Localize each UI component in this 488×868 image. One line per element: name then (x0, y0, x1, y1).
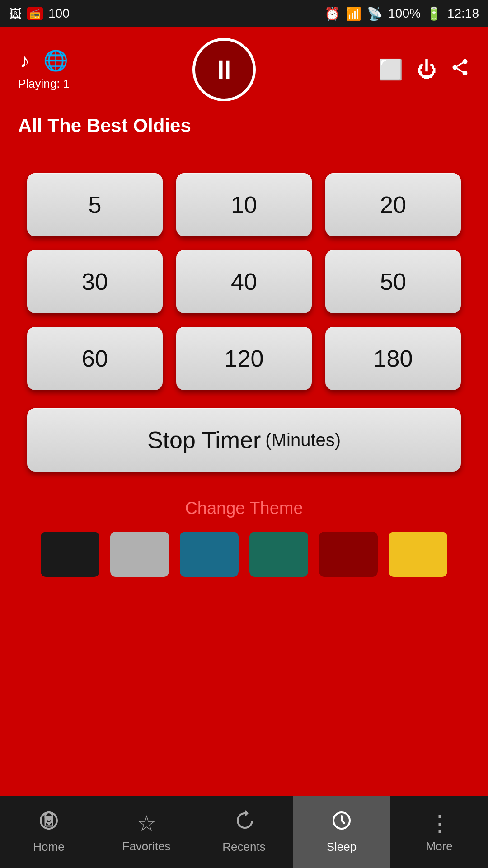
theme-swatch-darkred[interactable] (319, 532, 378, 577)
main-content: 5 10 20 30 40 50 60 120 180 Stop Timer (… (0, 146, 488, 595)
nav-sleep[interactable]: Sleep (293, 796, 390, 868)
battery-icon: 🔋 (426, 6, 442, 21)
photo-icon: 🖼 (9, 6, 22, 21)
theme-swatch-black[interactable] (41, 532, 99, 577)
stop-timer-button[interactable]: Stop Timer (Minutes) (27, 408, 461, 472)
recents-icon (233, 810, 255, 836)
top-right-group: ⬜ ⏻ (378, 57, 470, 82)
status-bar: 🖼 📻 100 ⏰ 📶 📡 100% 🔋 12:18 (0, 0, 488, 27)
stop-icon[interactable]: ⬜ (378, 58, 403, 81)
timer-btn-5[interactable]: 5 (27, 173, 163, 236)
alarm-icon: ⏰ (324, 6, 340, 21)
timer-btn-60[interactable]: 60 (27, 327, 163, 390)
theme-swatches (27, 532, 461, 577)
globe-icon[interactable]: 🌐 (43, 49, 68, 72)
nav-recents[interactable]: Recents (195, 796, 293, 868)
theme-swatch-teal[interactable] (249, 532, 308, 577)
stop-timer-sub: (Minutes) (265, 430, 341, 450)
home-icon (38, 810, 60, 836)
more-icon: ⋮ (429, 811, 450, 836)
favorites-icon: ☆ (137, 811, 156, 836)
timer-btn-20[interactable]: 20 (325, 173, 461, 236)
nav-favorites-label: Favorites (122, 840, 171, 854)
status-right: ⏰ 📶 📡 100% 🔋 12:18 (324, 6, 479, 21)
nav-more[interactable]: ⋮ More (390, 796, 488, 868)
nav-more-label: More (426, 840, 452, 854)
top-left-group: ♪ 🌐 Playing: 1 (18, 49, 70, 91)
playing-label: Playing: 1 (18, 77, 70, 91)
theme-swatch-blue[interactable] (180, 532, 239, 577)
theme-swatch-yellow[interactable] (389, 532, 447, 577)
radio-icon: 📻 (27, 7, 43, 20)
timer-btn-50[interactable]: 50 (325, 250, 461, 313)
pause-button[interactable]: ⏸ (192, 38, 256, 101)
stop-timer-label: Stop Timer (147, 426, 261, 453)
nav-home[interactable]: Home (0, 796, 98, 868)
change-theme-section: Change Theme (27, 499, 461, 577)
bottom-nav: Home ☆ Favorites Recents Sleep ⋮ More (0, 796, 488, 868)
nav-home-label: Home (33, 840, 64, 854)
timer-grid: 5 10 20 30 40 50 60 120 180 (27, 173, 461, 390)
signal-strength: 100 (48, 6, 70, 21)
cellular-icon: 📡 (367, 6, 383, 21)
theme-swatch-gray[interactable] (110, 532, 169, 577)
sleep-icon (331, 810, 352, 836)
pause-icon: ⏸ (211, 54, 238, 85)
timer-btn-10[interactable]: 10 (176, 173, 312, 236)
change-theme-label: Change Theme (27, 499, 461, 518)
status-left: 🖼 📻 100 (9, 6, 70, 21)
wifi-icon: 📶 (346, 6, 361, 21)
timer-btn-180[interactable]: 180 (325, 327, 461, 390)
music-icon[interactable]: ♪ (20, 49, 30, 72)
nav-sleep-label: Sleep (327, 840, 357, 854)
station-name: All The Best Oldies (18, 115, 191, 136)
power-icon[interactable]: ⏻ (417, 58, 436, 81)
timer-btn-40[interactable]: 40 (176, 250, 312, 313)
nav-recents-label: Recents (222, 840, 265, 854)
top-controls: ♪ 🌐 Playing: 1 ⏸ ⬜ ⏻ (0, 27, 488, 110)
nav-favorites[interactable]: ☆ Favorites (98, 796, 195, 868)
clock: 12:18 (447, 6, 479, 21)
battery-level: 100% (388, 6, 421, 21)
station-title: All The Best Oldies (0, 110, 488, 146)
share-icon[interactable] (450, 57, 470, 82)
timer-btn-30[interactable]: 30 (27, 250, 163, 313)
timer-btn-120[interactable]: 120 (176, 327, 312, 390)
